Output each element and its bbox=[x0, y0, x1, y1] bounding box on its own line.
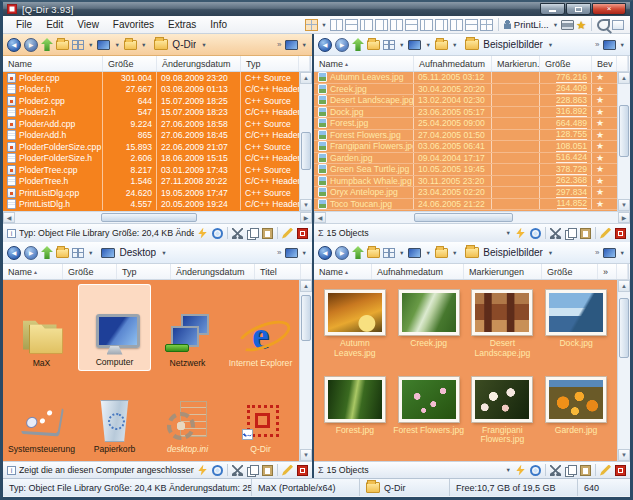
scroll-left-button[interactable]: ◀ bbox=[3, 212, 15, 223]
scroll-track[interactable] bbox=[15, 212, 300, 223]
cut-icon[interactable] bbox=[232, 465, 243, 476]
scroll-track[interactable] bbox=[326, 212, 618, 223]
table-row[interactable]: Ploder.h27.66703.08.2009 01:13C/C++ Head… bbox=[3, 84, 299, 96]
vertical-scrollbar[interactable]: ▲▼ bbox=[299, 280, 312, 461]
chevron-down-icon[interactable]: ▼ bbox=[506, 230, 511, 236]
menu-edit[interactable]: Edit bbox=[39, 17, 70, 32]
column-header-bev[interactable]: Bev bbox=[592, 56, 617, 71]
horizontal-scrollbar[interactable]: ◀▶ bbox=[3, 211, 312, 223]
column-header-typ[interactable]: Typ bbox=[241, 56, 299, 71]
flash-icon[interactable] bbox=[197, 228, 208, 239]
table-row[interactable]: Forest.jpg25.04.2005 09:00664.489★ bbox=[314, 118, 617, 130]
scroll-left-button[interactable]: ◀ bbox=[314, 212, 326, 223]
thumbnail-item-desert[interactable]: Desert Landscape.jpg bbox=[466, 286, 540, 373]
scroll-track[interactable] bbox=[300, 84, 312, 199]
scroll-down-button[interactable]: ▼ bbox=[618, 199, 630, 211]
column-header-markierungen[interactable]: Markierungen bbox=[464, 264, 542, 279]
copy-icon[interactable] bbox=[565, 228, 576, 239]
layout-button-4[interactable] bbox=[360, 19, 373, 31]
menu-favorites[interactable]: Favorites bbox=[106, 17, 161, 32]
table-row[interactable]: Desert Landscape.jpg13.02.2004 02:30228.… bbox=[314, 95, 617, 107]
back-button[interactable]: ◀ bbox=[318, 38, 332, 52]
path-dropdown[interactable]: Beispielbilder ▼ bbox=[465, 247, 554, 258]
vertical-scrollbar[interactable]: ▲▼ bbox=[617, 72, 630, 211]
column-header--nderungsdatum[interactable]: Änderungsdatum bbox=[157, 56, 241, 71]
views-dropdown[interactable] bbox=[72, 248, 84, 258]
rename-icon[interactable] bbox=[282, 465, 293, 476]
table-row[interactable]: Frangipani Flowers.jpg03.06.2005 06:4110… bbox=[314, 141, 617, 153]
thumbnail-item-creek[interactable]: Creek.jpg bbox=[392, 286, 466, 373]
scroll-up-button[interactable]: ▲ bbox=[300, 280, 312, 292]
table-row[interactable]: PloderFolderSize.cpp15.89322.06.2009 21:… bbox=[3, 141, 299, 153]
refresh-icon[interactable] bbox=[530, 465, 541, 476]
table-row[interactable]: PloderAdd.cpp9.22427.06.2009 18:58C++ So… bbox=[3, 118, 299, 130]
close-button[interactable]: × bbox=[592, 3, 626, 15]
pane-select-icon[interactable] bbox=[285, 248, 298, 258]
qdir-mini-icon[interactable] bbox=[615, 465, 626, 476]
scroll-up-button[interactable]: ▲ bbox=[618, 280, 630, 292]
pane-select-icon[interactable] bbox=[603, 40, 616, 50]
menu-info[interactable]: Info bbox=[203, 17, 234, 32]
refresh-icon[interactable] bbox=[212, 228, 223, 239]
table-row[interactable]: PrintListDlg.h4.55720.05.2009 19:24C/C++… bbox=[3, 199, 299, 211]
scroll-track[interactable] bbox=[300, 292, 312, 449]
scroll-thumb[interactable] bbox=[619, 105, 629, 157]
layout-button-7[interactable] bbox=[405, 19, 418, 31]
paste-icon[interactable] bbox=[262, 465, 273, 476]
toolbar-overflow-chevron[interactable]: » bbox=[595, 40, 599, 49]
new-folder-button[interactable] bbox=[367, 40, 380, 50]
forward-button[interactable]: ▶ bbox=[335, 246, 349, 260]
cut-icon[interactable] bbox=[550, 228, 561, 239]
scroll-thumb[interactable] bbox=[101, 213, 198, 222]
desktop-item-netzwerk[interactable]: Netzwerk bbox=[151, 284, 224, 371]
chevron-down-icon[interactable]: ▼ bbox=[506, 467, 511, 473]
new-folder-button[interactable] bbox=[367, 248, 380, 258]
goto-screen-dropdown[interactable] bbox=[408, 40, 421, 50]
scroll-up-button[interactable]: ▲ bbox=[618, 72, 630, 84]
column-header-titel[interactable]: Titel bbox=[255, 264, 301, 279]
menu-view[interactable]: View bbox=[70, 17, 106, 32]
scroll-down-button[interactable]: ▼ bbox=[618, 449, 630, 461]
path-dropdown[interactable]: Desktop ▼ bbox=[101, 247, 167, 258]
column-header-gr-e[interactable]: Größe bbox=[540, 56, 592, 71]
folders-dropdown[interactable] bbox=[435, 40, 448, 50]
column-header-typ[interactable]: Typ bbox=[117, 264, 171, 279]
vertical-scrollbar[interactable]: ▲▼ bbox=[299, 72, 312, 211]
toolbar-overflow-chevron[interactable]: » bbox=[277, 40, 281, 49]
copy-icon[interactable] bbox=[247, 465, 258, 476]
layout-button-9[interactable] bbox=[435, 19, 448, 31]
new-folder-button[interactable] bbox=[56, 40, 69, 50]
rename-icon[interactable] bbox=[600, 465, 611, 476]
scroll-thumb[interactable] bbox=[301, 295, 311, 341]
views-dropdown[interactable] bbox=[383, 248, 395, 258]
goto-screen-dropdown[interactable] bbox=[408, 248, 421, 258]
path-dropdown[interactable]: Beispielbilder ▼ bbox=[465, 39, 554, 50]
qdir-mini-icon[interactable] bbox=[297, 465, 308, 476]
column-header-name[interactable]: Name▴ bbox=[314, 264, 372, 279]
goto-screen-dropdown[interactable] bbox=[97, 40, 110, 50]
scroll-track[interactable] bbox=[618, 84, 630, 199]
layout-button-10[interactable] bbox=[450, 19, 463, 31]
up-button[interactable] bbox=[352, 38, 364, 51]
table-row[interactable]: PloderFolderSize.h2.60618.06.2009 15:15C… bbox=[3, 153, 299, 165]
menu-extras[interactable]: Extras bbox=[161, 17, 203, 32]
copy-icon[interactable] bbox=[247, 228, 258, 239]
column-header-aufnahmedatum[interactable]: Aufnahmedatum bbox=[372, 264, 464, 279]
table-row[interactable]: PloderTree.cpp8.21703.01.2009 17:43C++ S… bbox=[3, 164, 299, 176]
thumbnail-item-autumn[interactable]: Autumn Leaves.jpg bbox=[318, 286, 392, 373]
new-folder-button[interactable] bbox=[56, 248, 69, 258]
table-row[interactable]: Ploder2.h54715.07.2009 18:23C/C++ Header bbox=[3, 107, 299, 119]
pane-select-icon[interactable] bbox=[285, 40, 298, 50]
column-header-gr-e[interactable]: Größe bbox=[542, 264, 598, 279]
panel-toggle-icon[interactable] bbox=[612, 20, 624, 30]
printer-icon[interactable] bbox=[561, 20, 574, 30]
pane-select-icon[interactable] bbox=[603, 248, 616, 258]
column-header-name[interactable]: Name bbox=[3, 56, 103, 71]
table-row[interactable]: Ploder2.cpp64415.07.2009 18:25C++ Source bbox=[3, 95, 299, 107]
table-row[interactable]: PloderAdd.h86527.06.2009 18:45C/C++ Head… bbox=[3, 130, 299, 142]
paste-icon[interactable] bbox=[262, 228, 273, 239]
forward-button[interactable]: ▶ bbox=[24, 38, 38, 52]
qdir-mini-icon[interactable] bbox=[297, 228, 308, 239]
column-header-name[interactable]: Name▴ bbox=[314, 56, 414, 71]
back-button[interactable]: ◀ bbox=[7, 38, 21, 52]
